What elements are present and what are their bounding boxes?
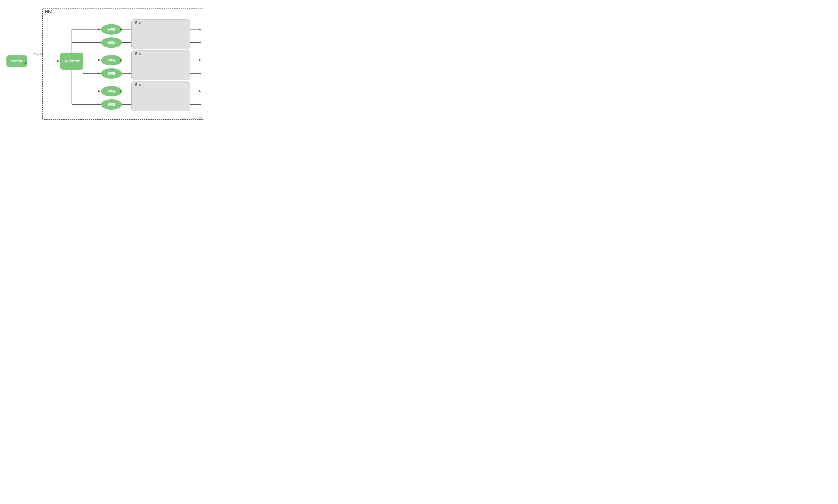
send-buffer-3: 发缓存 [101, 99, 122, 110]
channel-label-3: 通 道 [134, 83, 142, 87]
svg-text:Select (): Select () [34, 53, 43, 56]
recv-buffer-3: 收缓存 [101, 86, 122, 96]
recv-thread-box: 接收线程 [6, 55, 27, 67]
send-buffer-1: 发缓存 [101, 37, 122, 48]
selector-box: Selector [60, 53, 83, 70]
channel-label-2: 通 道 [134, 52, 142, 56]
recv-buffer-2: 收缓存 [101, 55, 122, 66]
channel-label-1: 通 道 [134, 21, 142, 24]
diagram-wrapper: NIO 接收线程 Selector 收缓存 发缓存 通 道 收缓存 发缓存 通 … [4, 4, 205, 122]
watermark: ©2021 @fengchao1026 [182, 117, 202, 119]
recv-buffer-1: 收缓存 [101, 24, 122, 35]
recv-thread-label: 接收线程 [11, 59, 22, 63]
nio-label: NIO [45, 9, 53, 14]
selector-label: Selector [64, 59, 80, 64]
send-buffer-2: 发缓存 [101, 68, 122, 79]
